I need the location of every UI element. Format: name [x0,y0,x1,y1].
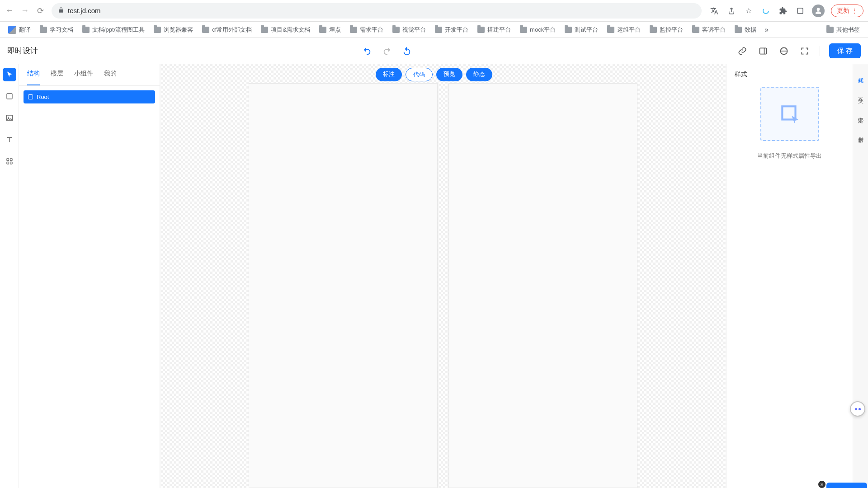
bookmark-other-label: 其他书签 [836,26,860,34]
bookmark-item[interactable]: 翻译 [5,24,34,36]
svg-rect-8 [10,159,12,161]
right-rail-tab[interactable]: 素材 [857,130,864,136]
bookmark-item[interactable]: 开发平台 [431,24,472,36]
bookmark-label: 客诉平台 [702,26,726,34]
bookmark-label: 浏览器兼容 [164,26,193,34]
ai-icon[interactable] [778,45,790,57]
bookmark-label: 翻译 [19,26,31,34]
bookmark-item[interactable]: 需求平台 [346,24,387,36]
bookmarks-bar: 翻译学习文档文档/ppt/流程图工具浏览器兼容cf常用外部文档项目&需求文档埋点… [0,22,868,38]
bookmark-item[interactable]: 客诉平台 [689,24,729,36]
left-tabs: 结构楼层小组件我的 [19,64,160,86]
folder-icon [350,27,357,33]
bookmark-item[interactable]: 视觉平台 [389,24,429,36]
bookmark-label: mock平台 [530,26,556,34]
bookmark-other[interactable]: 其他书签 [823,24,863,36]
fullscreen-icon[interactable] [799,45,811,57]
folder-icon [607,27,614,33]
bookmark-item[interactable]: 学习文档 [36,24,77,36]
undo-button[interactable] [361,45,373,57]
svg-rect-7 [7,159,9,161]
star-icon[interactable]: ☆ [743,5,754,16]
view-pill[interactable]: 代码 [406,68,433,81]
bookmark-label: 运维平台 [617,26,641,34]
left-tab[interactable]: 小组件 [74,70,93,85]
view-pill[interactable]: 预览 [436,68,462,81]
view-pill[interactable]: 静态 [466,68,492,81]
empty-state-box [760,87,819,141]
back-button[interactable]: ← [5,6,14,16]
text-tool[interactable] [3,133,16,146]
right-panel-title: 样式 [726,70,755,87]
bookmark-item[interactable]: 测试平台 [561,24,602,36]
empty-state-hint: 当前组件无样式属性导出 [757,152,822,160]
svg-rect-5 [6,115,13,121]
reload-button[interactable]: ⟳ [35,6,45,16]
forward-button[interactable]: → [20,6,30,16]
folder-icon [40,27,47,33]
bookmarks-overflow[interactable]: » [764,26,769,34]
folder-icon [261,27,268,33]
assistant-fab[interactable] [850,401,865,417]
bookmark-label: 埋点 [329,26,341,34]
view-mode-pills: 标注代码预览静态 [376,68,492,81]
bookmark-label: 需求平台 [360,26,383,34]
svg-rect-4 [7,94,12,99]
bookmark-item[interactable]: 项目&需求文档 [257,24,314,36]
extensions-icon[interactable] [778,5,788,16]
right-rail-tab[interactable]: 交互 [857,90,864,96]
redo-button[interactable] [381,45,393,57]
view-pill[interactable]: 标注 [376,68,402,81]
frame-tool[interactable] [3,89,16,103]
tab-overview-icon[interactable] [795,5,806,16]
close-icon[interactable]: ✕ [818,481,826,488]
bookmark-item[interactable]: 运维平台 [604,24,644,36]
components-tool[interactable] [3,155,16,168]
bookmark-item[interactable]: 埋点 [316,24,344,36]
layer-tree: Root [19,86,160,108]
left-panel: 结构楼层小组件我的 Root [19,64,160,488]
bottom-widget[interactable]: ✕ [826,483,867,488]
translate-page-icon[interactable] [709,5,720,16]
left-tab[interactable]: 结构 [27,70,40,85]
bookmark-item[interactable]: 浏览器兼容 [150,24,197,36]
save-button[interactable]: 保 存 [829,43,861,58]
loader-icon[interactable] [760,5,771,16]
translate-icon [8,26,16,34]
lock-icon [58,7,64,14]
left-tab[interactable]: 我的 [104,70,117,85]
bookmark-item[interactable]: 数据 [731,24,760,36]
folder-icon [692,27,699,33]
app-header: 即时设计 保 存 [0,38,868,64]
right-rail-tab[interactable]: 样式 [857,70,864,76]
folder-icon [154,27,161,33]
image-tool[interactable] [3,111,16,125]
bookmark-item[interactable]: 监控平台 [646,24,687,36]
svg-point-0 [763,8,769,14]
bookmark-label: cf常用外部文档 [212,26,252,34]
artboard-2[interactable] [448,83,637,488]
bookmark-item[interactable]: cf常用外部文档 [198,24,255,36]
right-rail-tab[interactable]: 绑定 [857,110,864,116]
svg-rect-10 [10,162,12,164]
artboard-1[interactable] [249,83,438,488]
svg-rect-1 [797,8,803,14]
tree-item-root[interactable]: Root [24,90,155,103]
profile-avatar[interactable] [812,5,825,17]
share-icon[interactable] [726,5,737,16]
bookmark-item[interactable]: 搭建平台 [474,24,514,36]
bookmark-item[interactable]: 文档/ppt/流程图工具 [79,24,148,36]
header-history-controls [38,45,736,57]
left-tab[interactable]: 楼层 [51,70,63,85]
bookmark-item[interactable]: mock平台 [516,24,559,36]
cursor-tool[interactable] [3,68,16,81]
update-button[interactable]: 更新 ⋮ [831,5,863,17]
svg-point-6 [8,117,9,117]
update-label: 更新 [837,7,849,15]
panel-icon[interactable] [757,45,769,57]
link-icon[interactable] [736,45,748,57]
right-rail: 样式交互绑定素材 [853,64,868,488]
canvas[interactable] [160,64,726,488]
reset-button[interactable] [401,45,413,57]
address-bar[interactable]: test.jd.com [52,3,702,19]
